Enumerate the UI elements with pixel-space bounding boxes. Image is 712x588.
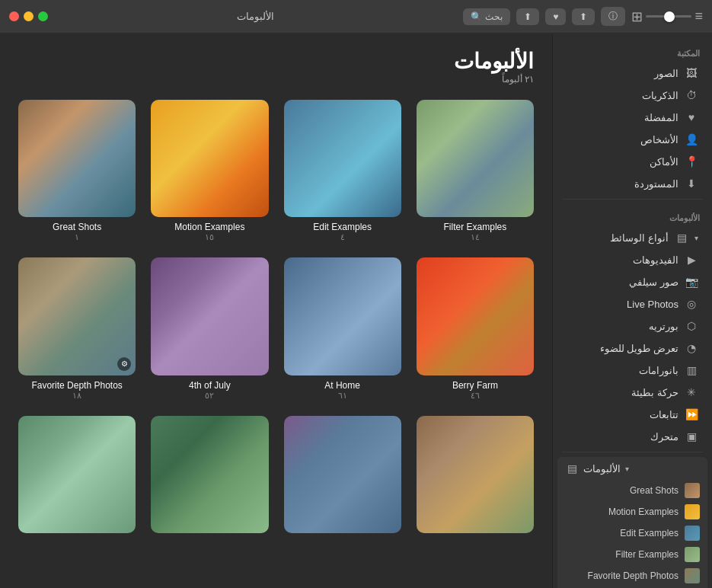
album-item[interactable] [284,416,401,538]
album-item[interactable] [417,416,534,538]
sidebar-item-label: متحرك [562,431,678,443]
close-button[interactable] [9,11,19,21]
sidebar-album-thumbnail [685,568,700,583]
sidebar-item-label: Live Photos [562,299,678,310]
toolbar-buttons: 🔍 بحث ⬆ ♥ ⬆ ⓘ ⊞ ≡ [463,7,703,26]
favorites-icon: ♥ [685,110,698,124]
album-count: ١٤ [417,232,534,242]
album-thumbnail [18,100,136,217]
main-layout: الألبومات ٢١ ألبوماً Great Shots١Motion … [0,34,712,588]
heart-button[interactable]: ♥ [545,8,566,25]
portrait-icon: ⬡ [685,319,698,333]
album-title: Favorite Depth Photos [18,380,136,391]
album-thumbnail [151,257,268,375]
upload-button[interactable]: ⬆ [516,8,539,25]
album-item[interactable]: Edit Examples٤ [284,100,401,242]
sidebar-album-label: Motion Examples [565,507,678,517]
album-title: Filter Examples [417,222,534,232]
sidebar-item-label: الأماكن [562,156,678,168]
size-slider[interactable] [646,15,691,18]
my-albums-icon: ▤ [565,462,579,475]
album-title: At Home [284,380,401,391]
sidebar-item-label: الأشخاص [562,134,678,145]
sidebar-item-slow-motion[interactable]: ✳حركة بطيئة [556,382,709,403]
sidebar-item-panoramas[interactable]: ▥بانورامات [556,360,709,381]
grid-view-icon[interactable]: ⊞ [631,8,643,25]
sidebar-album-motion-examples[interactable]: Motion Examples [557,501,707,522]
album-count: ٦١ [284,391,401,401]
sidebar-album-favorite-depth[interactable]: Favorite Depth Photos [557,565,707,586]
maximize-button[interactable] [38,11,48,21]
sidebar-item-photos[interactable]: 🖼الصور [556,62,709,84]
minimize-button[interactable] [24,11,34,21]
depth-badge: ⚙ [117,357,131,371]
sidebar-divider-1 [562,199,703,200]
content-area: الألبومات ٢١ ألبوماً Great Shots١Motion … [0,34,552,588]
album-count: ٤ [284,232,401,242]
sidebar-item-label: المستوردة [562,178,678,190]
sidebar-item-label: أنواع الوسائط [562,232,669,244]
info-icon: ⓘ [608,10,618,23]
slow-motion-icon: ✳ [685,385,698,399]
sidebar-item-live-photos[interactable]: ◎Live Photos [556,293,709,315]
imported-icon: ⬇ [685,177,698,190]
sidebar-album-great-shots[interactable]: Great Shots [557,480,707,501]
album-title: Motion Examples [151,222,268,232]
chevron-icon: ▾ [694,234,698,242]
sidebar-item-people[interactable]: 👤الأشخاص [556,129,709,150]
sidebar-album-thumbnail [685,547,700,562]
album-item[interactable]: Berry Farm٤٦ [417,257,534,400]
sidebar-divider-2 [562,452,703,452]
album-thumbnail: ⚙ [18,257,136,375]
album-item[interactable]: 4th of July٥٢ [151,257,268,400]
album-item[interactable]: At Home٦١ [284,257,401,400]
my-albums-header-label: الألبومات [583,463,621,475]
sidebar-album-edit-examples[interactable]: Edit Examples [557,522,707,544]
album-item[interactable]: Great Shots١ [18,100,136,242]
sidebar-item-places[interactable]: 📍الأماكن [556,151,709,172]
selfies-icon: 📷 [685,275,698,289]
sidebar-item-memories[interactable]: ⏱الذكريات [556,85,709,106]
sidebar-album-thumbnail [685,526,700,541]
album-item[interactable]: Filter Examples١٤ [417,100,534,242]
list-view-icon[interactable]: ≡ [694,8,703,24]
album-item[interactable]: Motion Examples١٥ [151,100,268,242]
sidebar-item-selfies[interactable]: 📷صور سيلفي [556,271,709,292]
panoramas-icon: ▥ [685,363,698,377]
sidebar-item-media-types[interactable]: ▾▤أنواع الوسائط [556,227,709,248]
albums-section-header: الألبومات [553,204,712,226]
album-item[interactable] [18,416,136,538]
sidebar-item-long-exposure[interactable]: ◔تعرض طويل للضوء [556,337,709,359]
album-item[interactable] [151,416,268,538]
sidebar-item-animated[interactable]: ▣متحرك [556,426,709,447]
my-albums-chevron: ▾ [625,465,629,473]
people-icon: 👤 [685,133,698,146]
page-header: الألبومات ٢١ ألبوماً [18,49,534,85]
share-button[interactable]: ⬆ [572,8,595,25]
sidebar-item-favorites[interactable]: ♥المفضلة [556,107,709,128]
sidebar-album-filter-examples[interactable]: Filter Examples [557,544,707,565]
search-button[interactable]: 🔍 بحث [463,8,510,25]
sidebar-item-videos[interactable]: ▶الفيديوهات [556,249,709,270]
album-thumbnail [417,257,534,375]
sidebar-item-label: الفيديوهات [562,254,678,266]
info-button[interactable]: ⓘ [601,7,625,26]
sidebar-item-imported[interactable]: ⬇المستوردة [556,173,709,194]
sidebar-item-time-lapse[interactable]: ⏩تتابعات [556,404,709,425]
sidebar-item-portrait[interactable]: ⬡بورتريه [556,315,709,337]
my-albums-header[interactable]: ▾ الألبومات ▤ [557,457,707,480]
album-thumbnail [18,416,136,533]
album-title: Edit Examples [284,222,401,232]
size-slider-thumb [664,11,675,22]
long-exposure-icon: ◔ [685,341,698,355]
album-count: ٥٢ [151,391,268,401]
titlebar: الألبومات 🔍 بحث ⬆ ♥ ⬆ ⓘ ⊞ ≡ [0,0,712,34]
album-grid: Great Shots١Motion Examples١٥Edit Exampl… [18,100,534,538]
album-item[interactable]: ⚙Favorite Depth Photos١٨ [18,257,136,400]
album-thumbnail [284,100,401,217]
album-title: Berry Farm [417,380,534,391]
heart-icon: ♥ [553,11,558,22]
sidebar-item-label: تتابعات [562,409,678,420]
videos-icon: ▶ [685,253,698,267]
album-count: ١٨ [18,391,136,401]
